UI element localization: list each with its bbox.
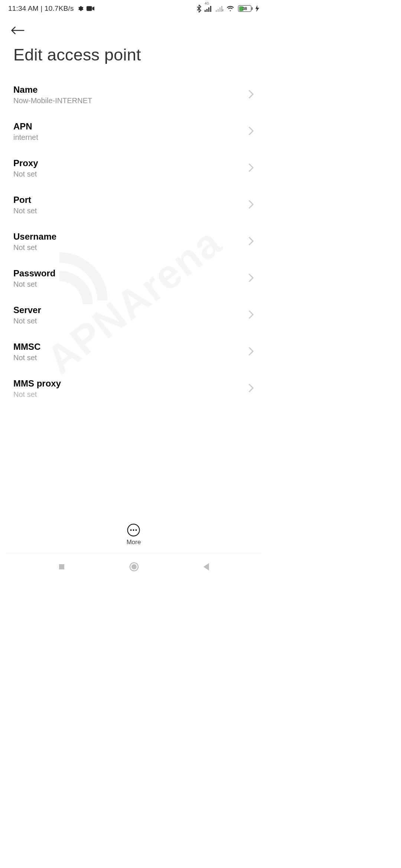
wifi-icon <box>227 5 235 12</box>
status-net-speed: 10.7KB/s <box>45 4 74 13</box>
battery-indicator: 38 <box>238 5 252 12</box>
square-icon <box>57 562 66 571</box>
page-title: Edit access point <box>0 41 267 68</box>
chevron-right-icon <box>248 200 254 211</box>
chevron-right-icon <box>248 163 254 174</box>
svg-rect-6 <box>218 9 219 12</box>
row-label: MMS proxy <box>13 378 61 389</box>
row-proxy[interactable]: Proxy Not set <box>4 150 264 187</box>
svg-rect-1 <box>205 10 206 12</box>
circle-icon <box>129 562 139 572</box>
row-username[interactable]: Username Not set <box>4 223 264 260</box>
triangle-left-icon <box>202 562 210 571</box>
more-horizontal-icon <box>127 524 140 536</box>
row-value: internet <box>13 133 38 142</box>
more-button[interactable]: More <box>127 524 141 546</box>
svg-rect-3 <box>208 7 209 12</box>
nav-recent-button[interactable] <box>57 562 66 571</box>
video-camera-icon <box>87 6 95 11</box>
row-port[interactable]: Port Not set <box>4 187 264 223</box>
row-value: Not set <box>13 354 40 362</box>
row-label: Port <box>13 195 37 205</box>
arrow-left-icon <box>10 25 25 36</box>
more-label: More <box>127 539 141 546</box>
row-label: MMSC <box>13 342 40 352</box>
chevron-right-icon <box>248 236 254 247</box>
nav-home-button[interactable] <box>129 562 139 572</box>
row-value: Not set <box>13 390 61 399</box>
row-label: APN <box>13 121 38 132</box>
nav-back-button[interactable] <box>202 562 210 571</box>
svg-rect-9 <box>59 564 64 569</box>
row-value: Not set <box>13 243 56 252</box>
row-mmsc[interactable]: MMSC Not set <box>4 333 264 370</box>
row-value: Not set <box>13 280 55 289</box>
svg-rect-0 <box>87 6 92 11</box>
row-mms-proxy[interactable]: MMS proxy Not set <box>4 370 264 401</box>
android-nav-bar <box>0 555 267 579</box>
svg-rect-7 <box>219 7 221 12</box>
row-apn[interactable]: APN internet <box>4 113 264 150</box>
chevron-right-icon <box>248 126 254 137</box>
svg-rect-5 <box>216 10 217 12</box>
chevron-right-icon <box>248 89 254 101</box>
bottom-divider <box>6 553 261 553</box>
status-bar: 11:34 AM | 10.7KB/s 4G <box>0 0 267 15</box>
chevron-right-icon <box>248 273 254 284</box>
row-value: Not set <box>13 207 37 215</box>
signal-no-sim-icon <box>216 5 224 12</box>
chevron-right-icon <box>248 346 254 358</box>
apn-settings-list: Name Now-Mobile-INTERNET APN internet Pr… <box>0 68 267 401</box>
back-button[interactable] <box>7 20 28 41</box>
row-label: Server <box>13 305 41 315</box>
row-password[interactable]: Password Not set <box>4 260 264 297</box>
bluetooth-icon <box>196 4 202 13</box>
row-value: Not set <box>13 317 41 325</box>
row-label: Proxy <box>13 158 38 168</box>
row-label: Password <box>13 268 55 279</box>
charging-icon <box>255 5 259 12</box>
chevron-right-icon <box>248 383 254 394</box>
signal-4g-icon: 4G <box>205 5 213 12</box>
row-server[interactable]: Server Not set <box>4 297 264 333</box>
status-separator: | <box>39 4 45 13</box>
row-value: Not set <box>13 170 38 178</box>
status-time: 11:34 AM <box>8 4 39 13</box>
row-label: Username <box>13 231 56 242</box>
row-name[interactable]: Name Now-Mobile-INTERNET <box>4 76 264 113</box>
row-value: Now-Mobile-INTERNET <box>13 96 92 105</box>
chevron-right-icon <box>248 310 254 321</box>
svg-rect-2 <box>206 9 208 12</box>
svg-rect-4 <box>210 6 211 12</box>
svg-point-11 <box>131 564 137 569</box>
row-label: Name <box>13 85 92 95</box>
gear-icon <box>77 5 84 12</box>
